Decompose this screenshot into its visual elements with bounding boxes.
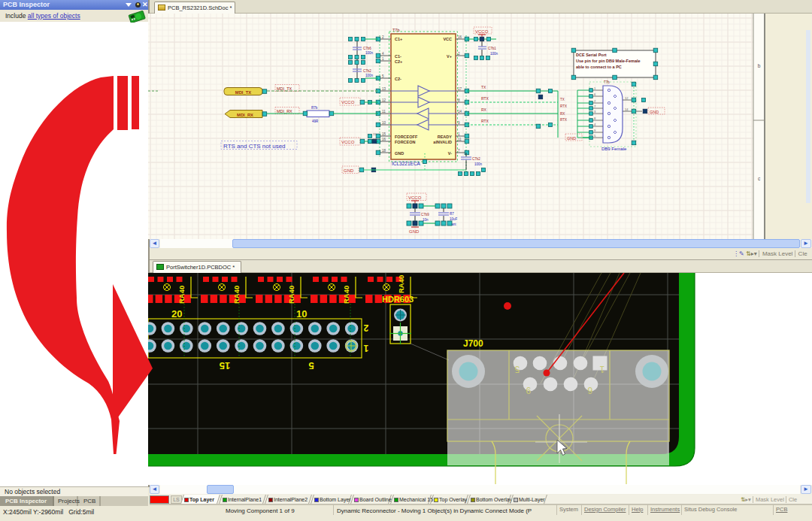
svg-text:TX: TX — [560, 98, 565, 101]
svg-text:RA40: RA40 — [177, 286, 186, 304]
svg-text:T7b: T7b — [392, 28, 399, 32]
svg-text:C2+: C2+ — [395, 59, 402, 64]
svg-text:100n: 100n — [474, 162, 483, 166]
svg-text:C7b2: C7b2 — [363, 69, 371, 73]
svg-text:V-: V- — [448, 151, 452, 156]
svg-text:R7: R7 — [450, 212, 454, 216]
svg-text:Use pin for pin DB9 Male-Femal: Use pin for pin DB9 Male-Female — [576, 59, 641, 63]
svg-text:VCCO: VCCO — [341, 100, 355, 105]
svg-text:RA40: RA40 — [287, 286, 295, 304]
svg-text:16: 16 — [458, 35, 462, 39]
svg-text:16: 16 — [373, 138, 377, 141]
svg-text:MDI_RX: MDI_RX — [237, 113, 253, 117]
svg-text:GND: GND — [344, 168, 354, 173]
svg-text:aINVALID: aINVALID — [433, 140, 452, 144]
svg-text:49R: 49R — [312, 120, 319, 123]
svg-text:15: 15 — [382, 132, 386, 136]
svg-text:MDI_TX: MDI_TX — [277, 86, 292, 91]
svg-text:J700: J700 — [463, 338, 483, 349]
svg-text:11: 11 — [458, 138, 462, 141]
svg-text:RTX: RTX — [481, 119, 489, 123]
svg-text:FORCEOFF: FORCEOFF — [395, 135, 418, 139]
svg-text:9: 9 — [526, 385, 531, 395]
svg-text:C2-: C2- — [395, 77, 401, 81]
svg-text:V+: V+ — [447, 54, 452, 59]
svg-text:RTX: RTX — [560, 118, 567, 122]
svg-text:RTX: RTX — [481, 96, 489, 101]
svg-text:16: 16 — [382, 138, 386, 141]
svg-text:5: 5 — [308, 360, 314, 371]
svg-text:TX: TX — [481, 85, 486, 89]
svg-text:DCE Serial Port: DCE Serial Port — [576, 53, 607, 57]
svg-text:VCC: VCC — [443, 37, 452, 41]
svg-text:10: 10 — [382, 121, 386, 125]
svg-text:VCCO: VCCO — [341, 140, 355, 144]
svg-text:2: 2 — [363, 323, 368, 333]
svg-text:C7b6: C7b6 — [363, 47, 371, 50]
svg-text:5: 5 — [514, 364, 520, 374]
svg-text:14: 14 — [625, 108, 629, 111]
svg-text:12: 12 — [382, 98, 386, 102]
svg-text:11: 11 — [382, 110, 386, 114]
svg-text:20: 20 — [171, 308, 182, 320]
svg-text:RTS and CTS not used: RTS and CTS not used — [223, 143, 286, 150]
svg-text:MDI_TX: MDI_TX — [235, 90, 251, 95]
svg-text:18: 18 — [382, 149, 386, 153]
svg-text:6: 6 — [587, 385, 592, 395]
svg-text:VCCO: VCCO — [475, 29, 489, 34]
svg-text:100n: 100n — [365, 51, 374, 55]
svg-text:100n: 100n — [365, 74, 374, 77]
svg-text:RX: RX — [481, 108, 487, 112]
svg-text:RX: RX — [560, 112, 565, 116]
svg-text:10: 10 — [296, 308, 307, 320]
svg-text:C7b2: C7b2 — [472, 157, 480, 161]
svg-text:VCCO: VCCO — [408, 195, 422, 200]
svg-text:1: 1 — [363, 343, 368, 353]
svg-text:DB9 Female: DB9 Female — [601, 147, 627, 151]
svg-text:RA40: RA40 — [397, 275, 405, 293]
svg-text:FORCEON: FORCEON — [395, 140, 416, 144]
svg-text:able to connect to a PC: able to connect to a PC — [576, 65, 622, 69]
svg-text:HDR603: HDR603 — [382, 295, 414, 304]
svg-text:15: 15 — [373, 132, 377, 136]
svg-text:RA40: RA40 — [232, 286, 241, 304]
svg-text:T7b: T7b — [604, 80, 610, 84]
svg-text:C1-: C1- — [395, 54, 401, 59]
svg-text:1: 1 — [599, 364, 604, 374]
svg-text:ICL3221ECA: ICL3221ECA — [392, 161, 421, 166]
svg-text:R7b: R7b — [311, 106, 318, 110]
svg-text:12: 12 — [625, 96, 629, 100]
svg-text:GND: GND — [409, 229, 420, 234]
svg-text:100n: 100n — [490, 52, 498, 56]
svg-text:GND: GND — [567, 136, 576, 141]
svg-text:14: 14 — [458, 110, 462, 114]
svg-text:RA40: RA40 — [342, 286, 350, 304]
svg-text:C7b1: C7b1 — [488, 47, 496, 50]
svg-text:b: b — [758, 63, 761, 68]
svg-text:GND: GND — [650, 110, 659, 114]
svg-text:17: 17 — [458, 87, 462, 91]
svg-text:RTX: RTX — [560, 105, 567, 108]
svg-text:GND: GND — [395, 151, 404, 156]
svg-text:MDI_RX: MDI_RX — [277, 109, 292, 114]
svg-text:13: 13 — [382, 87, 386, 91]
svg-text:READY: READY — [438, 135, 453, 139]
svg-text:10uF: 10uF — [450, 217, 458, 221]
svg-text:C7b9: C7b9 — [421, 213, 429, 217]
svg-text:C1+: C1+ — [395, 37, 402, 41]
svg-text:15: 15 — [220, 360, 230, 371]
